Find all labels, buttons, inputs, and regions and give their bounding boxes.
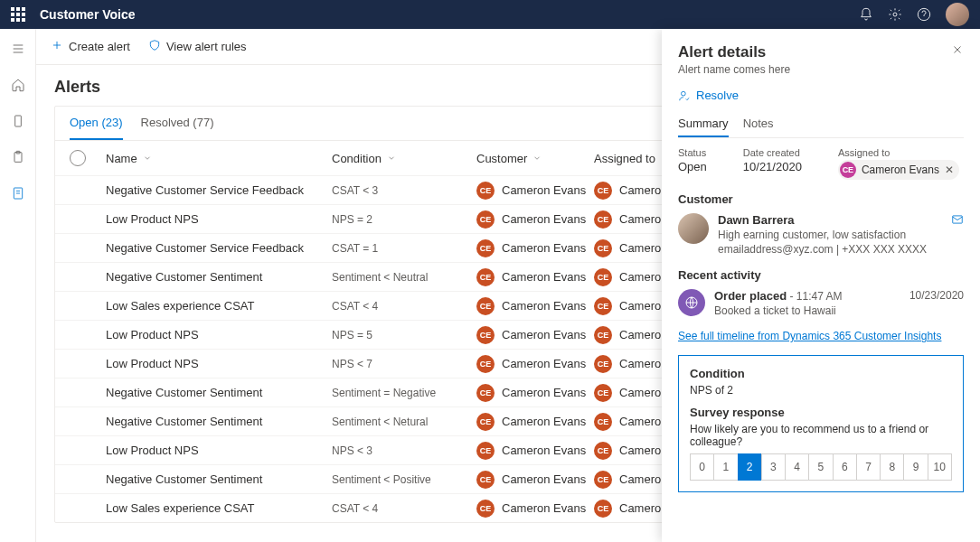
app-launcher-icon[interactable] [11,7,25,22]
row-condition: NPS = 2 [332,213,476,226]
chevron-down-icon [532,154,542,163]
col-name[interactable]: Name [106,152,332,165]
row-condition: NPS < 3 [332,444,476,457]
svg-rect-2 [14,116,21,126]
row-name: Negative Customer Sentiment [106,270,332,284]
select-all-checkbox[interactable] [70,150,86,166]
clipboard-icon[interactable] [4,145,33,170]
panel-tab-notes[interactable]: Notes [743,111,774,137]
date-label: Date created [743,147,802,158]
shield-icon [148,39,161,54]
create-alert-button[interactable]: Create alert [51,39,130,54]
resolve-button[interactable]: Resolve [678,89,964,102]
nps-cell-9[interactable]: 9 [903,453,928,481]
nps-cell-0[interactable]: 0 [690,453,714,481]
phone-icon[interactable] [4,108,33,134]
condition-box: Condition NPS of 2 Survey response How l… [678,355,964,492]
person-check-icon [678,89,691,102]
gear-icon[interactable] [881,0,909,29]
svg-point-7 [682,91,686,96]
row-customer: CECameron Evans [476,471,594,489]
chevron-down-icon [387,154,396,163]
tab-resolved[interactable]: Resolved (77) [141,107,214,140]
bell-icon[interactable] [852,0,881,29]
row-name: Negative Customer Service Feedback [106,241,332,255]
status-value: Open [678,160,707,173]
nps-cell-2[interactable]: 2 [738,453,762,481]
nps-cell-8[interactable]: 8 [880,453,904,481]
survey-question: How likely are you to recommend us to a … [690,423,952,448]
condition-heading: Condition [690,367,952,380]
customer-name: Dawn Barrera [718,213,942,227]
report-icon[interactable] [4,181,33,206]
remove-assignee-icon[interactable]: ✕ [945,164,954,176]
row-condition: NPS = 5 [332,329,476,341]
timeline-link[interactable]: See full timeline from Dynamics 365 Cust… [678,330,941,342]
row-customer: CECameron Evans [476,297,594,315]
status-label: Status [678,147,707,158]
row-name: Low Sales experience CSAT [106,501,332,515]
nps-cell-3[interactable]: 3 [761,453,786,481]
globe-icon [678,289,705,316]
create-alert-label: Create alert [69,40,130,53]
row-customer: CECameron Evans [476,355,594,373]
customer-tag: High earning customer, low satisfaction [718,229,942,241]
alert-details-panel: Alert details Alert name comes here Reso… [662,29,980,542]
tab-open[interactable]: Open (23) [70,107,123,140]
col-customer[interactable]: Customer [476,152,594,165]
nps-cell-10[interactable]: 10 [928,453,952,481]
mail-icon[interactable] [951,213,964,229]
activity-date: 10/23/2020 [909,289,964,302]
panel-title: Alert details [678,43,790,61]
row-condition: Sentiment < Positive [332,473,476,486]
row-customer: CECameron Evans [476,384,594,402]
app-title: Customer Voice [40,7,136,22]
top-bar: Customer Voice [0,0,980,29]
plus-icon [51,39,63,54]
row-name: Low Sales experience CSAT [106,299,332,313]
row-name: Negative Customer Sentiment [106,415,332,428]
customer-contact: emailaddress@xyz.com | +XXX XXX XXXX [718,243,942,256]
panel-tab-summary[interactable]: Summary [678,111,729,137]
row-name: Negative Customer Sentiment [106,472,332,486]
row-customer: CECameron Evans [476,239,594,257]
row-name: Low Product NPS [106,357,332,370]
row-customer: CECameron Evans [476,210,594,229]
row-customer: CECameron Evans [476,500,594,518]
nps-cell-5[interactable]: 5 [808,453,833,481]
row-condition: CSAT < 3 [332,184,476,197]
row-condition: Sentiment < Neutral [332,271,476,284]
page-title: Alerts [54,78,100,97]
assignee-pill[interactable]: CE Cameron Evans ✕ [838,160,959,180]
row-condition: CSAT < 4 [332,300,476,313]
nps-cell-6[interactable]: 6 [833,453,857,481]
assignee-avatar: CE [840,162,856,178]
row-name: Negative Customer Sentiment [106,386,332,399]
condition-value: NPS of 2 [690,384,952,397]
assigned-label: Assigned to [838,147,959,158]
activity-title: Order placed - 11:47 AM [714,289,843,303]
col-condition[interactable]: Condition [332,152,476,165]
row-customer: CECameron Evans [476,326,594,344]
nps-cell-4[interactable]: 4 [785,453,809,481]
svg-point-0 [893,13,897,16]
nps-cell-7[interactable]: 7 [856,453,881,481]
user-avatar[interactable] [946,3,969,26]
help-icon[interactable] [909,0,938,29]
row-name: Low Product NPS [106,444,332,457]
activity-desc: Booked a ticket to Hawaii [714,304,843,317]
home-icon[interactable] [4,72,33,98]
svg-rect-8 [953,216,963,223]
view-rules-label: View alert rules [166,40,247,53]
close-icon[interactable] [951,43,964,59]
hamburger-icon[interactable] [4,36,33,61]
nav-rail [0,29,36,542]
row-name: Low Product NPS [106,328,332,341]
row-name: Negative Customer Service Feedback [106,183,332,197]
survey-heading: Survey response [690,406,952,419]
panel-subtitle: Alert name comes here [678,63,790,76]
row-customer: CECameron Evans [476,442,594,460]
view-rules-button[interactable]: View alert rules [148,39,247,54]
row-customer: CECameron Evans [476,268,594,286]
nps-cell-1[interactable]: 1 [713,453,738,481]
